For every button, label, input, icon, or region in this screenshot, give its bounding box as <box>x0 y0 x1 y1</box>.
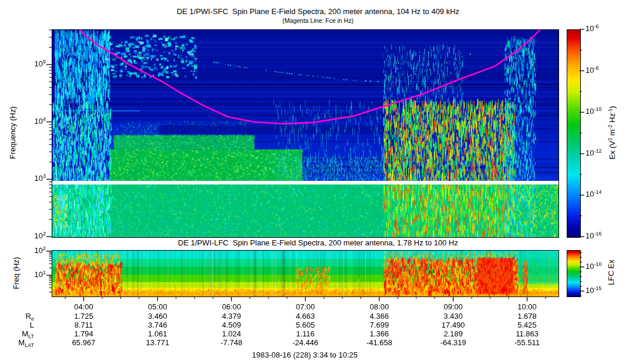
orbit-parameter-value: 4.509 <box>211 321 251 329</box>
orbit-parameter-value: 3.746 <box>137 321 177 329</box>
orbit-parameter-value: 2.189 <box>433 329 473 338</box>
sfc-colorbar-tick-label: 10-14 <box>585 190 615 200</box>
orbit-parameter-value: -41.658 <box>359 338 399 347</box>
lfc-y-tick-label: 101 <box>22 270 46 280</box>
lfc-title: DE 1/PWI-LFC Spin Plane E-Field Spectra,… <box>0 238 636 247</box>
x-tick-time-label: 04:00 <box>65 302 103 311</box>
x-tick-time-label: 10:00 <box>509 302 546 311</box>
orbit-parameter-value: 1.794 <box>64 329 104 338</box>
lfc-spectrogram-panel <box>52 250 559 297</box>
orbit-parameter-value: 8.711 <box>64 321 104 329</box>
orbit-parameter-value: 17.490 <box>433 321 473 329</box>
spectrogram-page: DE 1/PWI-SFC Spin Plane E-Field Spectra,… <box>0 0 636 364</box>
x-tick-time-label: 08:00 <box>361 302 398 311</box>
orbit-parameter-value: 11.863 <box>507 329 547 338</box>
sfc-spectrogram-panel <box>52 29 559 238</box>
orbit-parameter-value: 7.699 <box>359 321 399 329</box>
orbit-parameter-value: 1.678 <box>507 312 547 321</box>
sfc-colorbar-tick-label: 10-10 <box>585 107 615 117</box>
orbit-parameter-value: 1.725 <box>64 312 104 321</box>
lfc-colorbar-tick-label: 10-15 <box>585 286 615 296</box>
sfc-y-tick-label: 103 <box>22 174 46 184</box>
lfc-colorbar-tick-label: 10-10 <box>585 262 615 272</box>
orbit-parameter-value: -7.748 <box>211 338 251 347</box>
orbit-parameter-value: 1.366 <box>359 329 399 338</box>
sfc-colorbar-tick-label: 10-12 <box>585 149 615 159</box>
orbit-parameter-value: 65.967 <box>64 338 104 347</box>
sfc-y-tick-label: 102 <box>22 231 46 241</box>
x-tick-time-label: 09:00 <box>435 302 472 311</box>
orbit-parameter-value: -24.446 <box>285 338 325 347</box>
lfc-colorbar-label: LFC Ex <box>607 255 615 290</box>
lfc-y-axis-label: Freq (Hz) <box>12 247 20 299</box>
x-tick-time-label: 06:00 <box>213 302 250 311</box>
orbit-parameter-value: 4.663 <box>285 312 325 321</box>
footer-date-range: 1983-08-16 (228) 3:34 to 10:25 <box>52 350 558 359</box>
sfc-subtitle: (Magenta Line: Fce in Hz) <box>0 17 636 24</box>
orbit-parameter-value: -64.319 <box>433 338 473 347</box>
lfc-spectrogram-canvas <box>52 251 558 296</box>
sfc-colorbar-tick-label: 10-8 <box>585 66 615 76</box>
sfc-colorbar-label: Ex (V2 m-2 Hz-1) <box>608 77 617 188</box>
orbit-parameter-value: 1.116 <box>285 329 325 338</box>
fce-line-overlay <box>52 30 558 237</box>
sfc-y-tick-label: 105 <box>22 59 46 69</box>
orbit-parameter-value: 3.430 <box>433 312 473 321</box>
orbit-parameter-value: 3.460 <box>137 312 177 321</box>
lfc-y-tick-label: 102 <box>22 246 46 256</box>
x-tick-time-label: 07:00 <box>287 302 324 311</box>
orbit-parameter-value: 13.771 <box>137 338 177 347</box>
orbit-parameter-value: 4.366 <box>359 312 399 321</box>
orbit-parameter-row-label: L <box>2 321 34 329</box>
orbit-parameter-value: 1.061 <box>137 329 177 338</box>
orbit-parameter-value: 4.379 <box>211 312 251 321</box>
orbit-parameter-value: 5.425 <box>507 321 547 329</box>
fce-line <box>79 30 540 124</box>
sfc-colorbar-tick-label: 10-16 <box>585 231 615 241</box>
orbit-parameter-row-label: MLAT <box>2 338 34 348</box>
x-tick-time-label: 05:00 <box>139 302 176 311</box>
sfc-colorbar-tick-label: 10-6 <box>585 24 615 34</box>
orbit-parameter-value: -55.511 <box>507 338 547 347</box>
sfc-y-axis-label: Frequency (Hz) <box>8 86 18 180</box>
orbit-parameter-value: 1.024 <box>211 329 251 338</box>
sfc-colorbar <box>567 29 581 238</box>
sfc-title: DE 1/PWI-SFC Spin Plane E-Field Spectra,… <box>0 7 636 16</box>
lfc-colorbar <box>567 250 581 297</box>
orbit-parameter-value: 5.605 <box>285 321 325 329</box>
sfc-y-tick-label: 104 <box>22 117 46 127</box>
